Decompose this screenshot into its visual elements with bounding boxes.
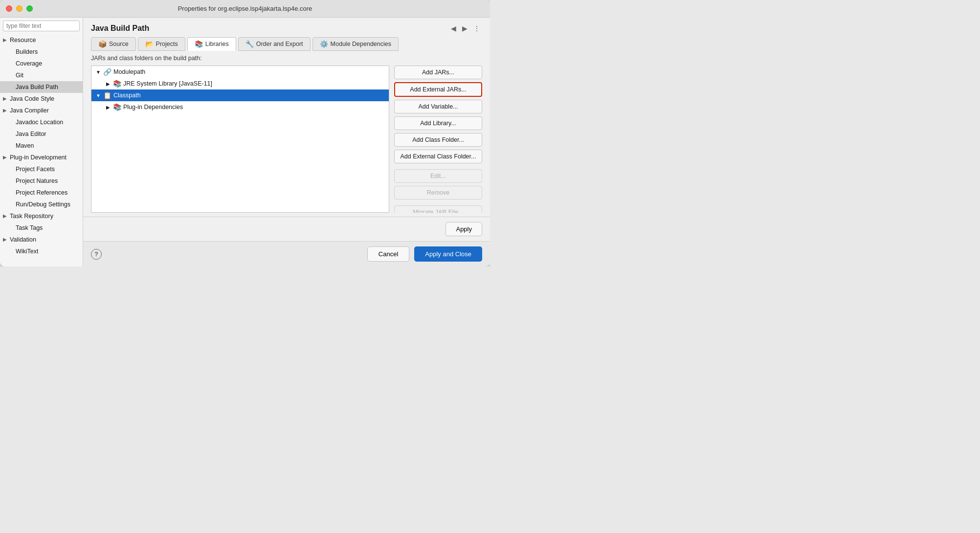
sidebar-item-run-debug-settings[interactable]: Run/Debug Settings [0,199,83,210]
sidebar-item-label: WikiText [16,246,39,256]
sidebar-item-label: Project Natures [16,176,58,186]
tab-icon-module-deps: ⚙️ [320,40,328,48]
btn-migrate-jar: Migrate JAR File... [394,205,482,213]
sidebar-item-java-build-path[interactable]: Java Build Path [0,81,83,93]
sidebar-item-resource[interactable]: ▶Resource [0,34,83,46]
sidebar-item-project-references[interactable]: Project References [0,187,83,199]
sidebar-item-git[interactable]: Git [0,69,83,81]
btn-edit: Edit... [394,169,482,183]
tab-icon-projects: 📂 [145,40,154,48]
main-content: JARs and class folders on the build path… [83,51,490,217]
tree-chevron-icon: ▼ [95,69,101,75]
header-actions: ◀ ▶ ⋮ [449,23,482,33]
sidebar-item-validation[interactable]: ▶Validation [0,234,83,245]
help-button[interactable]: ? [91,249,102,260]
tabs-bar: 📦Source📂Projects📚Libraries🔧Order and Exp… [83,37,490,51]
chevron-icon: ▶ [2,212,8,220]
sidebar-item-label: Resource [10,35,36,45]
sidebar-item-task-tags[interactable]: Task Tags [0,222,83,234]
sidebar-item-label: Git [16,70,23,80]
sidebar-item-label: Coverage [16,59,42,68]
tree-item-plugin-deps[interactable]: ▶📚Plug-in Dependencies [91,101,389,113]
page-title: Java Build Path [91,24,149,33]
tab-label-order-export: Order and Export [256,41,303,47]
more-options-button[interactable]: ⋮ [471,23,482,33]
nav-back-button[interactable]: ◀ [449,23,458,33]
sidebar: ▶ResourceBuildersCoverageGitJava Build P… [0,18,83,266]
sidebar-item-java-editor[interactable]: Java Editor [0,128,83,140]
sidebar-item-project-facets[interactable]: Project Facets [0,163,83,175]
sidebar-item-maven[interactable]: Maven [0,140,83,152]
close-button[interactable] [6,5,12,12]
tree-item-label: JRE System Library [JavaSE-11] [123,80,212,87]
sidebar-item-javadoc-location[interactable]: Javadoc Location [0,116,83,128]
description-text: JARs and class folders on the build path… [91,55,482,62]
tree-item-icon: 🔗 [103,68,111,76]
btn-add-jars[interactable]: Add JARs... [394,66,482,79]
tab-source[interactable]: 📦Source [91,37,136,51]
sidebar-item-label: Builders [16,47,38,57]
tree-item-icon: 📚 [113,80,121,88]
tree-item-modulepath[interactable]: ▼🔗Modulepath [91,66,389,78]
tree-item-label: Plug-in Dependencies [123,104,183,111]
titlebar: Properties for org.eclipse.lsp4jakarta.l… [0,0,490,18]
chevron-icon: ▶ [2,154,8,161]
main-header: Java Build Path ◀ ▶ ⋮ [83,18,490,37]
sidebar-item-task-repository[interactable]: ▶Task Repository [0,210,83,222]
tab-label-libraries: Libraries [205,41,229,47]
tab-module-deps[interactable]: ⚙️Module Dependencies [312,37,399,51]
sidebar-item-java-compiler[interactable]: ▶Java Compiler [0,105,83,116]
sidebar-item-coverage[interactable]: Coverage [0,58,83,69]
sidebar-item-label: Java Build Path [16,82,58,92]
bottom-footer: ? Cancel Apply and Close [83,241,490,266]
tab-label-projects: Projects [156,41,178,47]
sidebar-item-label: Task Repository [10,211,53,221]
apply-button[interactable]: Apply [445,222,482,236]
tab-order-export[interactable]: 🔧Order and Export [238,37,311,51]
sidebar-item-plugin-development[interactable]: ▶Plug-in Development [0,152,83,163]
tab-projects[interactable]: 📂Projects [138,37,185,51]
main-window: Properties for org.eclipse.lsp4jakarta.l… [0,0,490,266]
build-path-area: ▼🔗Modulepath▶📚JRE System Library [JavaSE… [91,66,482,213]
sidebar-item-project-natures[interactable]: Project Natures [0,175,83,187]
apply-footer: Apply [83,217,490,241]
tree-chevron-icon: ▼ [95,93,101,98]
buttons-panel: Add JARs...Add External JARs...Add Varia… [394,66,482,213]
sidebar-item-label: Project Facets [16,164,55,174]
btn-add-class-folder[interactable]: Add Class Folder... [394,133,482,147]
sidebar-item-label: Maven [16,141,34,151]
tab-icon-order-export: 🔧 [245,40,254,48]
sidebar-item-label: Plug-in Development [10,153,67,162]
btn-add-variable[interactable]: Add Variable... [394,100,482,113]
btn-add-external-class-folder[interactable]: Add External Class Folder... [394,150,482,163]
tree-item-label: Modulepath [113,68,145,75]
traffic-lights [6,5,33,12]
minimize-button[interactable] [16,5,22,12]
tree-item-icon: 📚 [113,103,121,111]
tab-label-module-deps: Module Dependencies [331,41,391,47]
sidebar-item-builders[interactable]: Builders [0,46,83,58]
filter-input[interactable] [3,21,80,31]
btn-remove: Remove [394,186,482,200]
maximize-button[interactable] [26,5,33,12]
nav-forward-button[interactable]: ▶ [460,23,469,33]
tab-label-source: Source [109,41,129,47]
tree-item-icon: 📋 [103,91,111,99]
tree-item-jre-system[interactable]: ▶📚JRE System Library [JavaSE-11] [91,78,389,89]
sidebar-item-label: Task Tags [16,223,43,233]
btn-add-external-jars[interactable]: Add External JARs... [394,82,482,97]
sidebar-item-label: Java Code Style [10,94,54,104]
tree-item-classpath[interactable]: ▼📋Classpath [91,89,389,101]
sidebar-item-label: Project References [16,188,67,198]
sidebar-item-java-code-style[interactable]: ▶Java Code Style [0,93,83,105]
content-area: ▶ResourceBuildersCoverageGitJava Build P… [0,18,490,266]
btn-add-library[interactable]: Add Library... [394,116,482,130]
chevron-icon: ▶ [2,236,8,244]
tab-libraries[interactable]: 📚Libraries [187,37,236,51]
tab-icon-libraries: 📚 [195,40,203,48]
cancel-button[interactable]: Cancel [367,246,409,262]
tab-icon-source: 📦 [98,40,107,48]
window-title: Properties for org.eclipse.lsp4jakarta.l… [178,5,312,12]
apply-close-button[interactable]: Apply and Close [414,246,482,262]
sidebar-item-wikitext[interactable]: WikiText [0,245,83,257]
